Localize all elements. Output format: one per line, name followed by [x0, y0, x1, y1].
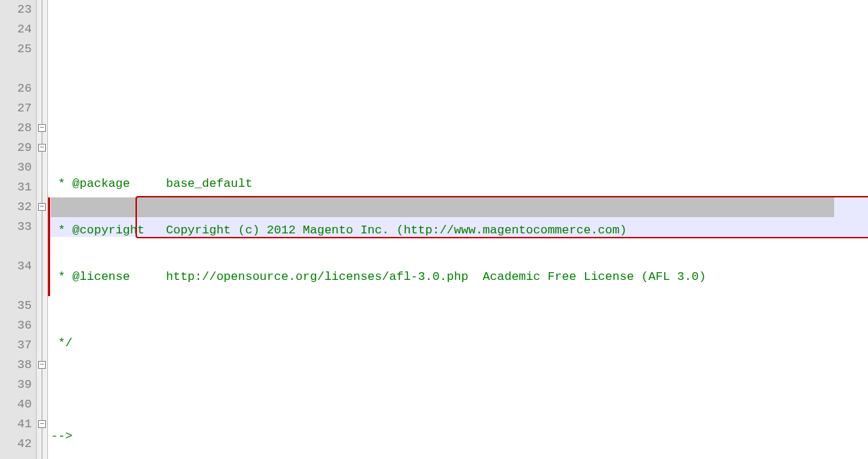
- fold-toggle-icon[interactable]: −: [38, 144, 46, 152]
- line-number: 23: [0, 0, 32, 20]
- line-number: 34: [0, 257, 32, 296]
- code-line[interactable]: * @license http://opensource.org/license…: [48, 267, 868, 307]
- line-number: 40: [0, 395, 32, 415]
- code-line[interactable]: * @package base_default: [48, 174, 868, 194]
- line-number: 25: [0, 39, 32, 79]
- line-number: 36: [0, 316, 32, 336]
- fold-toggle-icon[interactable]: −: [38, 203, 46, 211]
- line-number: 37: [0, 336, 32, 355]
- line-number: 33: [0, 217, 32, 257]
- line-number: 38: [0, 355, 32, 375]
- line-number: 24: [0, 20, 32, 39]
- code-editor-area[interactable]: * @package base_default * @copyright Cop…: [48, 0, 868, 459]
- code-line[interactable]: [48, 380, 868, 400]
- code-line[interactable]: -->: [48, 427, 868, 446]
- line-number: 35: [0, 296, 32, 316]
- line-number: 30: [0, 158, 32, 178]
- line-number: 32: [0, 197, 32, 217]
- fold-toggle-icon[interactable]: −: [38, 361, 46, 369]
- line-number: 27: [0, 99, 32, 118]
- fold-toggle-icon[interactable]: −: [38, 420, 46, 428]
- line-number-gutter: 23 24 25 26 27 28 29 30 31 32 33 34 35 3…: [0, 0, 37, 459]
- line-number: 41: [0, 415, 32, 434]
- line-number: 42: [0, 434, 32, 459]
- fold-guide-line: [42, 0, 42, 459]
- code-line[interactable]: * @copyright Copyright (c) 2012 Magento …: [48, 221, 868, 240]
- line-number: 31: [0, 178, 32, 197]
- fold-toggle-icon[interactable]: −: [38, 124, 46, 132]
- modified-indicator: [48, 197, 50, 296]
- line-number: 29: [0, 138, 32, 158]
- line-number: 39: [0, 375, 32, 395]
- line-number: 28: [0, 118, 32, 138]
- line-number: 26: [0, 79, 32, 99]
- text-selection: [51, 197, 834, 217]
- code-line[interactable]: */: [48, 333, 868, 353]
- fold-column: − − − − −: [37, 0, 48, 459]
